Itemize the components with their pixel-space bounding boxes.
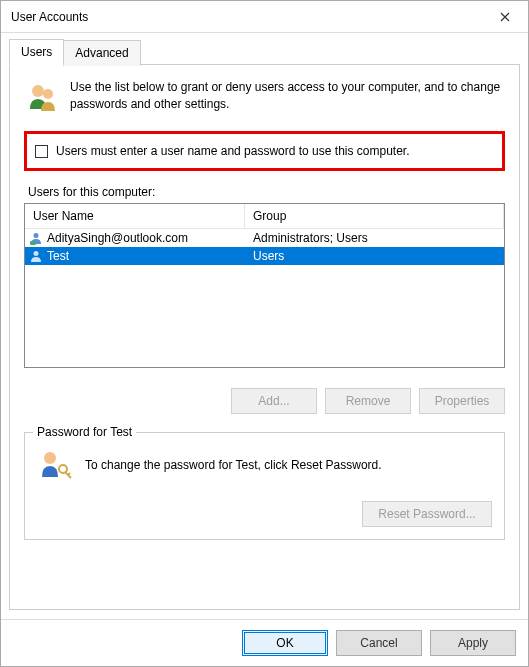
table-row[interactable]: Test Users xyxy=(25,247,504,265)
user-icon xyxy=(29,249,43,263)
users-icon xyxy=(24,79,60,115)
intro-section: Use the list below to grant or deny user… xyxy=(24,79,505,115)
titlebar: User Accounts xyxy=(1,1,528,33)
cell-username: AdityaSingh@outlook.com xyxy=(25,231,245,245)
cell-group: Administrators; Users xyxy=(245,231,504,245)
intro-text: Use the list below to grant or deny user… xyxy=(70,79,505,115)
key-user-icon xyxy=(37,447,73,483)
list-header: User Name Group xyxy=(25,204,504,229)
reset-password-button[interactable]: Reset Password... xyxy=(362,501,492,527)
svg-point-4 xyxy=(34,251,39,256)
content-area: Users Advanced Use the list below to gra… xyxy=(1,33,528,619)
username-text: Test xyxy=(47,249,69,263)
cell-username: Test xyxy=(25,249,245,263)
dialog-footer: OK Cancel Apply xyxy=(1,619,528,666)
tab-users-label: Users xyxy=(21,45,52,59)
cancel-button[interactable]: Cancel xyxy=(336,630,422,656)
column-header-username[interactable]: User Name xyxy=(25,204,245,228)
tabs-strip: Users Advanced xyxy=(9,39,520,65)
column-header-group[interactable]: Group xyxy=(245,204,504,228)
properties-button[interactable]: Properties xyxy=(419,388,505,414)
ok-button-label: OK xyxy=(276,636,293,650)
require-password-label: Users must enter a user name and passwor… xyxy=(56,144,410,158)
require-password-checkbox[interactable] xyxy=(35,145,48,158)
cell-group: Users xyxy=(245,249,504,263)
properties-button-label: Properties xyxy=(435,394,490,408)
users-list-label: Users for this computer: xyxy=(28,185,505,199)
tab-users[interactable]: Users xyxy=(9,39,64,65)
close-button[interactable] xyxy=(482,1,528,33)
users-list[interactable]: User Name Group AdityaSingh@outlook.com … xyxy=(24,203,505,368)
user-buttons-row: Add... Remove Properties xyxy=(24,388,505,414)
username-text: AdityaSingh@outlook.com xyxy=(47,231,188,245)
window-title: User Accounts xyxy=(11,10,88,24)
tab-advanced[interactable]: Advanced xyxy=(63,40,140,66)
svg-point-5 xyxy=(44,452,56,464)
add-button-label: Add... xyxy=(258,394,289,408)
svg-rect-3 xyxy=(30,241,36,245)
reset-password-label: Reset Password... xyxy=(378,507,475,521)
user-accounts-window: User Accounts Users Advanced Use the lis… xyxy=(0,0,529,667)
tab-advanced-label: Advanced xyxy=(75,46,128,60)
ok-button[interactable]: OK xyxy=(242,630,328,656)
require-password-row: Users must enter a user name and passwor… xyxy=(24,131,505,171)
table-row[interactable]: AdityaSingh@outlook.com Administrators; … xyxy=(25,229,504,247)
svg-point-1 xyxy=(43,89,53,99)
password-info-text: To change the password for Test, click R… xyxy=(85,458,382,472)
password-info-row: To change the password for Test, click R… xyxy=(37,447,492,483)
svg-point-2 xyxy=(34,233,39,238)
apply-button-label: Apply xyxy=(458,636,488,650)
apply-button[interactable]: Apply xyxy=(430,630,516,656)
remove-button-label: Remove xyxy=(346,394,391,408)
add-button[interactable]: Add... xyxy=(231,388,317,414)
password-group: Password for Test To change the password… xyxy=(24,432,505,540)
svg-point-0 xyxy=(32,85,44,97)
cancel-button-label: Cancel xyxy=(360,636,397,650)
password-group-legend: Password for Test xyxy=(33,425,136,439)
close-icon xyxy=(500,12,510,22)
user-icon xyxy=(29,231,43,245)
tab-panel-users: Use the list below to grant or deny user… xyxy=(9,64,520,610)
remove-button[interactable]: Remove xyxy=(325,388,411,414)
